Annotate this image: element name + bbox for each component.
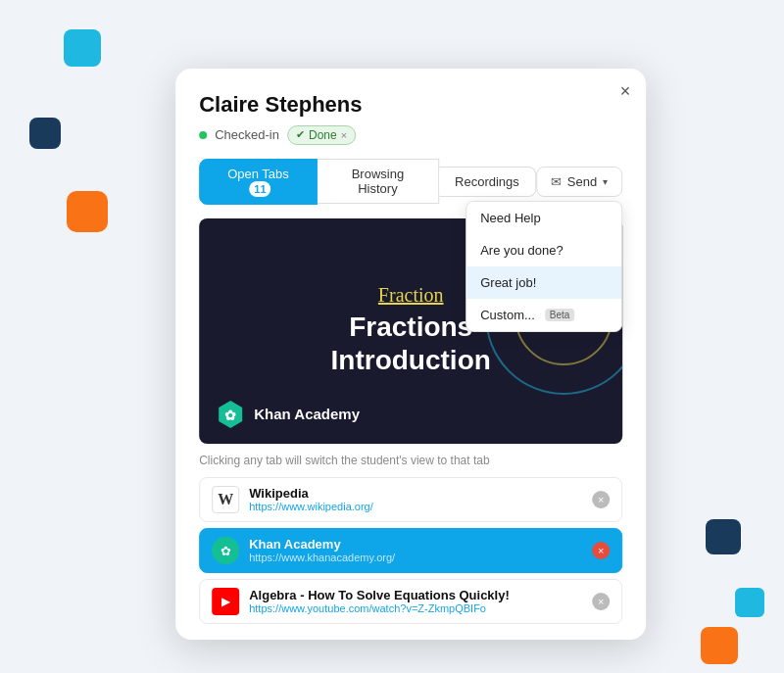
youtube-url: https://www.youtube.com/watch?v=Z-ZkmpQB… <box>249 602 582 614</box>
youtube-info: Algebra - How To Solve Equations Quickly… <box>249 588 582 614</box>
status-dot <box>199 130 207 138</box>
status-row: Checked-in ✔ Done × <box>199 124 622 144</box>
deco-square-2 <box>29 118 61 149</box>
done-badge: ✔ Done × <box>287 124 356 144</box>
khan-tab-name: Khan Academy <box>249 537 582 552</box>
preview-subtitle: Fraction <box>378 284 444 307</box>
deco-square-5 <box>735 588 764 617</box>
youtube-close[interactable]: × <box>592 592 610 609</box>
custom-label: Custom... <box>480 307 535 321</box>
khan-name: Khan Academy <box>254 406 360 422</box>
youtube-name: Algebra - How To Solve Equations Quickly… <box>249 588 582 602</box>
send-dropdown: Need Help Are you done? Great job! Custo… <box>466 200 622 331</box>
open-tabs-label: Open Tabs <box>227 166 289 180</box>
send-chevron-icon: ▾ <box>603 175 608 186</box>
close-button[interactable]: × <box>620 81 631 99</box>
tab-recordings[interactable]: Recordings <box>439 166 536 196</box>
dropdown-custom[interactable]: Custom... Beta <box>466 298 621 330</box>
wikipedia-name: Wikipedia <box>249 486 582 501</box>
tab-open-tabs[interactable]: Open Tabs 11 <box>199 158 318 204</box>
khan-logo: ✿ Khan Academy <box>215 398 360 429</box>
khan-close[interactable]: × <box>592 541 610 558</box>
modal-title: Claire Stephens <box>199 91 622 117</box>
tabs-row: Open Tabs 11 Browsing History Recordings… <box>199 158 622 204</box>
wikipedia-icon: W <box>212 485 239 512</box>
youtube-icon: ▶ <box>212 587 239 614</box>
khan-hex-icon: ✿ <box>215 398 246 429</box>
khan-tab-url: https://www.khanacademy.org/ <box>249 552 582 563</box>
deco-square-1 <box>64 29 101 67</box>
status-label: Checked-in <box>215 127 279 142</box>
tab-browsing-history[interactable]: Browsing History <box>318 159 439 204</box>
send-btn-wrapper: ✉ Send ▾ Need Help Are you done? Great j… <box>536 166 622 196</box>
modal: × Claire Stephens Checked-in ✔ Done × Op… <box>175 68 646 639</box>
send-icon: ✉ <box>551 173 562 188</box>
dropdown-great-job[interactable]: Great job! <box>466 265 621 298</box>
wikipedia-info: Wikipedia https://www.wikipedia.org/ <box>249 486 582 512</box>
deco-square-6 <box>701 627 738 664</box>
send-button[interactable]: ✉ Send ▾ <box>536 166 622 196</box>
open-tabs-badge: 11 <box>249 180 270 196</box>
deco-square-4 <box>706 519 741 554</box>
wikipedia-url: https://www.wikipedia.org/ <box>249 501 582 512</box>
svg-text:✿: ✿ <box>220 543 231 557</box>
tab-item-youtube[interactable]: ▶ Algebra - How To Solve Equations Quick… <box>199 578 622 623</box>
wikipedia-close[interactable]: × <box>592 490 610 507</box>
helper-text: Clicking any tab will switch the student… <box>199 453 622 466</box>
check-icon: ✔ <box>296 128 305 141</box>
done-remove-icon[interactable]: × <box>341 128 347 140</box>
dropdown-are-you-done[interactable]: Are you done? <box>466 233 621 265</box>
deco-square-3 <box>67 191 108 232</box>
tab-item-khan[interactable]: ✿ Khan Academy https://www.khanacademy.o… <box>199 527 622 572</box>
done-label: Done <box>309 127 337 141</box>
tab-item-wikipedia[interactable]: W Wikipedia https://www.wikipedia.org/ × <box>199 476 622 521</box>
khan-icon: ✿ <box>212 536 239 563</box>
svg-text:✿: ✿ <box>224 407 236 422</box>
tab-list: W Wikipedia https://www.wikipedia.org/ ×… <box>199 476 622 639</box>
khan-info: Khan Academy https://www.khanacademy.org… <box>249 537 582 563</box>
beta-badge: Beta <box>545 308 575 320</box>
dropdown-need-help[interactable]: Need Help <box>466 201 621 233</box>
send-label: Send <box>567 173 597 188</box>
